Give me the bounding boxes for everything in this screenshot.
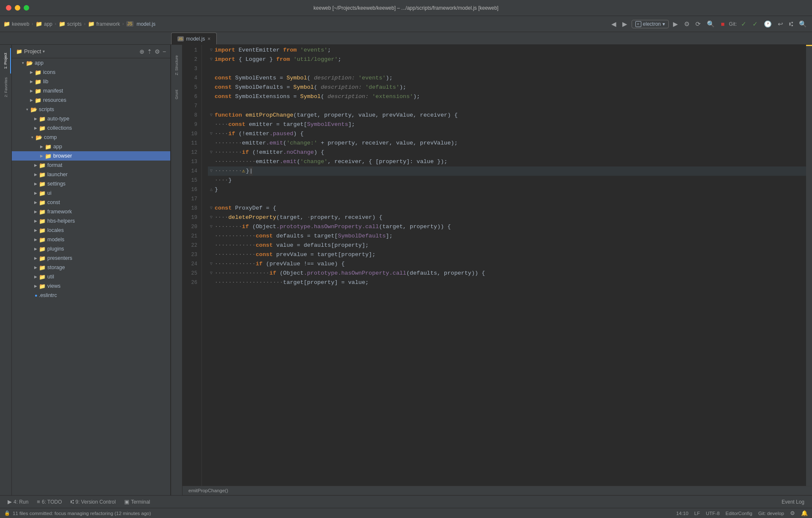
stop-button[interactable]: ■ bbox=[719, 19, 726, 28]
breadcrumb-framework[interactable]: 📁 framework bbox=[88, 21, 120, 27]
tree-item-comp[interactable]: ▾ 📂 comp bbox=[12, 133, 170, 142]
sidebar-item-structure[interactable]: Z: Structure bbox=[172, 48, 182, 82]
git-rollback[interactable]: ↩ bbox=[776, 19, 785, 29]
fold-btn-2[interactable]: ▽ bbox=[208, 55, 215, 64]
git-branches[interactable]: ⑆ bbox=[787, 19, 795, 28]
fold-btn-14[interactable]: ▽ bbox=[208, 166, 215, 176]
fold-btn-24[interactable]: ▽ bbox=[208, 259, 215, 269]
file-tree: ▾ 📂 app ▶ 📁 icons ▶ 📁 lib ▶ 📁 manifest bbox=[12, 58, 170, 495]
fold-btn-25[interactable]: ▽ bbox=[208, 269, 215, 278]
run-button[interactable]: ▶ bbox=[671, 19, 680, 29]
code-line-15: ····} bbox=[208, 176, 806, 185]
tree-item-hbs-helpers[interactable]: ▶ 📁 hbs-helpers bbox=[12, 216, 170, 226]
terminal-tool-button[interactable]: ▣ Terminal bbox=[120, 496, 154, 508]
tree-item-util[interactable]: ▶ 📁 util bbox=[12, 272, 170, 281]
fold-btn-10[interactable]: ▽ bbox=[208, 129, 215, 139]
git-history[interactable]: 🕐 bbox=[762, 19, 774, 29]
tree-item-const[interactable]: ▶ 📁 const bbox=[12, 198, 170, 207]
sidebar-item-project[interactable]: 1: Project bbox=[1, 48, 11, 74]
tree-item-locales[interactable]: ▶ 📁 locales bbox=[12, 226, 170, 235]
sidebar-item-favorites[interactable]: 2: Favorites bbox=[1, 74, 11, 100]
breadcrumb-app[interactable]: 📁 app bbox=[35, 21, 52, 27]
cursor-position[interactable]: 14:10 bbox=[676, 511, 689, 516]
toolbar: 📁 keeweb › 📁 app › 📁 scripts › 📁 framewo… bbox=[0, 16, 812, 32]
code-editor[interactable]: ▽ import EventEmitter from 'events'; ▽ i… bbox=[202, 45, 806, 486]
fold-btn-1[interactable]: ▽ bbox=[208, 46, 215, 55]
tab-close-button[interactable]: × bbox=[207, 36, 210, 42]
tree-item-scripts[interactable]: ▾ 📂 scripts bbox=[12, 105, 170, 114]
git-check2[interactable]: ✓ bbox=[751, 19, 760, 29]
fold-btn-8[interactable]: ▽ bbox=[208, 111, 215, 120]
line-separator[interactable]: LF bbox=[694, 511, 700, 516]
tree-item-collections[interactable]: ▶ 📁 collections bbox=[12, 123, 170, 133]
tree-arrow-collections: ▶ bbox=[32, 126, 39, 130]
status-left: 🔒 11 files committed: focus managing ref… bbox=[4, 510, 676, 516]
tree-item-icons[interactable]: ▶ 📁 icons bbox=[12, 68, 170, 77]
code-line-25: ▽ ················if (Object.prototype.h… bbox=[208, 269, 806, 278]
search-button[interactable]: 🔍 bbox=[797, 19, 809, 29]
js-badge: JS bbox=[126, 21, 134, 27]
back-button[interactable]: ◀ bbox=[610, 19, 618, 29]
profile-button[interactable]: 🔍 bbox=[705, 19, 717, 29]
forward-button[interactable]: ▶ bbox=[621, 19, 629, 29]
build-button[interactable]: ⚙ bbox=[682, 19, 691, 29]
bottom-toolbar: ▶ 4: Run ≡ 6: TODO ⑆ 9: Version Control … bbox=[0, 495, 812, 508]
maximize-button[interactable] bbox=[24, 5, 29, 11]
tree-item-storage[interactable]: ▶ 📁 storage bbox=[12, 263, 170, 272]
locate-file-button[interactable]: ⊕ bbox=[139, 48, 144, 55]
tree-item-views[interactable]: ▶ 📁 views bbox=[12, 281, 170, 291]
warning-icon-14: ⚠ bbox=[242, 166, 245, 176]
breadcrumb-scripts[interactable]: 📁 scripts bbox=[59, 21, 82, 27]
commit-message[interactable]: 11 files committed: focus managing refac… bbox=[13, 511, 151, 516]
settings-status-icon[interactable]: ⚙ bbox=[790, 510, 795, 516]
tree-item-resources[interactable]: ▶ 📁 resources bbox=[12, 95, 170, 105]
breadcrumb-keeweb[interactable]: 📁 keeweb bbox=[3, 21, 29, 27]
sidebar-item-grunt[interactable]: Grunt bbox=[172, 82, 182, 107]
tree-item-comp-app[interactable]: ▶ 📁 app bbox=[12, 142, 170, 151]
todo-tool-button[interactable]: ≡ 6: TODO bbox=[33, 496, 66, 508]
tab-model-js[interactable]: JS model.js × bbox=[171, 33, 217, 44]
tree-item-format[interactable]: ▶ 📁 format bbox=[12, 161, 170, 170]
panel-title-arrow[interactable]: ▾ bbox=[43, 49, 45, 54]
indent-config[interactable]: EditorConfig bbox=[725, 511, 752, 516]
breadcrumb-file[interactable]: JS model.js bbox=[126, 21, 155, 27]
fold-btn-19[interactable]: ▽ bbox=[208, 213, 215, 222]
minimize-button[interactable] bbox=[15, 5, 20, 11]
notifications-icon[interactable]: 🔔 bbox=[801, 510, 808, 516]
fold-btn-18[interactable]: ▽ bbox=[208, 204, 215, 213]
tree-item-browser[interactable]: ▶ 📁 browser bbox=[12, 151, 170, 161]
tree-item-plugins[interactable]: ▶ 📁 plugins bbox=[12, 244, 170, 254]
close-button[interactable] bbox=[6, 5, 11, 11]
vcs-tool-button[interactable]: ⑆ 9: Version Control bbox=[66, 496, 120, 508]
tree-item-ui[interactable]: ▶ 📁 ui bbox=[12, 188, 170, 198]
fold-btn-20[interactable]: ▽ bbox=[208, 222, 215, 232]
code-line-6: const SymbolExtensions = Symbol( descrip… bbox=[208, 92, 806, 101]
tree-item-models[interactable]: ▶ 📁 models bbox=[12, 235, 170, 244]
tree-arrow-ui: ▶ bbox=[32, 191, 39, 195]
event-log-button[interactable]: Event Log bbox=[777, 496, 809, 508]
electron-dropdown[interactable]: e electron ▾ bbox=[632, 20, 669, 28]
collapse-all-button[interactable]: ⇡ bbox=[147, 48, 152, 55]
run-tool-button[interactable]: ▶ 4: Run bbox=[3, 496, 33, 508]
git-branch[interactable]: Git: develop bbox=[758, 511, 784, 516]
tree-item-framework[interactable]: ▶ 📁 framework bbox=[12, 207, 170, 216]
debug-button[interactable]: ⟳ bbox=[694, 19, 703, 29]
encoding[interactable]: UTF-8 bbox=[706, 511, 720, 516]
settings-button[interactable]: ⚙ bbox=[155, 48, 160, 55]
folder-icon: 📁 bbox=[3, 21, 10, 27]
tree-item-presenters[interactable]: ▶ 📁 presenters bbox=[12, 254, 170, 263]
fold-btn-16[interactable]: △ bbox=[208, 185, 215, 194]
side-icons-right: Z: Structure Grunt bbox=[171, 45, 183, 495]
tree-item-auto-type[interactable]: ▶ 📁 auto-type bbox=[12, 114, 170, 123]
folder-icon: 📁 bbox=[35, 21, 42, 27]
tree-item-settings[interactable]: ▶ 📁 settings bbox=[12, 179, 170, 188]
tree-item-manifest[interactable]: ▶ 📁 manifest bbox=[12, 86, 170, 95]
tree-item-eslintrc[interactable]: ● .eslintrc bbox=[12, 291, 170, 300]
minimize-panel-button[interactable]: − bbox=[163, 48, 166, 55]
tree-item-lib[interactable]: ▶ 📁 lib bbox=[12, 77, 170, 86]
tree-item-launcher[interactable]: ▶ 📁 launcher bbox=[12, 170, 170, 179]
tree-item-app[interactable]: ▾ 📂 app bbox=[12, 58, 170, 68]
fold-btn-12[interactable]: ▽ bbox=[208, 148, 215, 157]
code-line-26: ····················target[property] = v… bbox=[208, 278, 806, 287]
git-check1[interactable]: ✓ bbox=[739, 19, 748, 29]
